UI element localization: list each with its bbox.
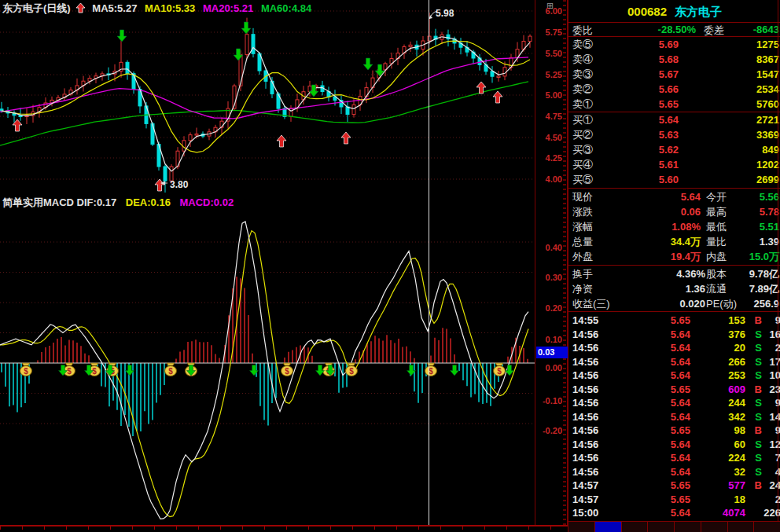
stats-row: 收益(三)0.020PE(动)256.9 [568, 296, 780, 311]
tick-time: 14:56 [572, 341, 598, 355]
bottom-tab[interactable] [622, 522, 649, 532]
stats-value: 7.89亿 [734, 281, 779, 296]
stats-value: 4.36% [647, 266, 705, 281]
ask-row: 卖④5.688367 [568, 52, 780, 67]
tick-time: 14:56 [572, 438, 598, 452]
bid-row: 买①5.642721 [568, 112, 780, 127]
tick-row[interactable]: 14:565.64253S10 [568, 369, 780, 383]
macd-signal-arrow [451, 365, 459, 376]
bottom-tab[interactable] [754, 522, 780, 532]
axis-label: 0.40 [546, 243, 562, 252]
axis-label: 5.00 [546, 90, 562, 100]
info-value: 5.78 [740, 204, 779, 219]
tick-row[interactable]: 14:565.65609B23 [568, 383, 780, 397]
tick-count: 9 [757, 424, 780, 438]
macd-indicator-chart[interactable]: $ $ $ $ $ $ $ $ $ $ [0, 206, 535, 525]
tick-row[interactable]: 14:575.65577B24 [568, 479, 780, 493]
tick-row[interactable]: 14:565.64266S17 [568, 355, 780, 369]
buy-signal-arrow [155, 179, 164, 191]
info-value: 5.56 [740, 189, 779, 204]
svg-text:$: $ [285, 367, 289, 376]
tick-price: 5.65 [635, 479, 690, 493]
tick-row[interactable]: 14:565.6432S4 [568, 465, 780, 479]
svg-text:$: $ [349, 367, 354, 376]
axis-label: -0.10 [543, 396, 562, 405]
price-axis-strip: ⊞ 6.005.755.505.255.004.754.504.254.000.… [535, 0, 568, 525]
axis-label: -0.20 [543, 426, 562, 435]
tick-row[interactable]: 14:565.64376S16 [568, 328, 780, 342]
tick-row[interactable]: 14:565.64342S14 [568, 410, 780, 424]
tick-row[interactable]: 14:565.64244S9 [568, 396, 780, 410]
svg-text:$: $ [24, 367, 28, 376]
tick-volume: 98 [698, 424, 745, 438]
macd-value-label: MACD:0.02 [180, 196, 234, 208]
info-row: 现价5.64今开5.56 [568, 189, 780, 204]
info-value: 19.4万 [644, 249, 701, 264]
tick-price: 5.64 [635, 396, 690, 410]
axis-label: 6.00 [546, 6, 562, 16]
bid-label: 买④ [572, 157, 593, 172]
bottom-tab[interactable] [595, 522, 622, 532]
info-value: 15.0万 [740, 249, 779, 264]
bid-label: 买③ [572, 142, 593, 157]
macd-dif-label: 简单实用MACD DIF:0.17 [2, 196, 116, 208]
bid-volume: 1202 [718, 157, 779, 172]
info-label: 今开 [706, 189, 727, 204]
bottom-tab[interactable] [675, 522, 701, 532]
weibi-value: -28.50% [631, 24, 696, 35]
macd-current-value-badge: 0.03 [536, 347, 568, 358]
info-row: 涨幅1.08%最低5.51 [568, 219, 780, 234]
ask-price: 5.68 [624, 52, 679, 67]
tick-count: 12 [757, 438, 780, 452]
tick-time: 14:57 [572, 479, 598, 493]
bid-label: 买① [572, 112, 593, 127]
svg-text:$: $ [168, 367, 173, 376]
bottom-tab[interactable] [568, 522, 595, 532]
bottom-tab[interactable] [728, 522, 755, 532]
weibi-row: 委比 -28.50% 委差 -8643 [568, 24, 780, 37]
tick-price: 5.64 [635, 355, 690, 369]
bid-row: 买③5.62849 [568, 142, 780, 157]
tick-volume: 18 [698, 493, 745, 507]
tick-volume: 266 [698, 355, 745, 369]
tick-row[interactable]: 15:005.644074226 [568, 506, 780, 520]
tick-price: 5.65 [635, 314, 690, 328]
quote-header[interactable]: 000682东方电子 [568, 0, 780, 23]
tick-row[interactable]: 14:565.6420S2 [568, 341, 780, 355]
tick-count: 2 [757, 341, 780, 355]
info-value: 5.51 [740, 219, 779, 234]
axis-label: 4.25 [546, 153, 562, 163]
info-label: 外盘 [572, 249, 593, 264]
stats-row: 换手4.36%股本9.78亿 [568, 266, 780, 281]
tick-row[interactable]: 14:575.65182 [568, 493, 780, 507]
tick-row[interactable]: 14:565.6460S12 [568, 438, 780, 452]
tick-price: 5.64 [635, 465, 690, 479]
weicha-label: 委差 [704, 24, 724, 38]
stats-value: 1.36 [647, 281, 705, 296]
axis-label: 0.30 [546, 273, 562, 282]
tick-row[interactable]: 14:565.6598B9 [568, 424, 780, 438]
bid-row: 买④5.611202 [568, 157, 780, 172]
stats-label: 收益(三) [572, 296, 610, 311]
tick-volume: 609 [698, 383, 745, 397]
tick-volume: 244 [698, 396, 745, 410]
macd-signal-arrow [316, 365, 325, 376]
ask-volume: 2534 [718, 82, 779, 97]
bottom-tab[interactable] [648, 522, 675, 532]
crosshair-line[interactable] [429, 0, 429, 525]
tick-count: 10 [757, 369, 780, 383]
macd-title-bar: 简单实用MACD DIF:0.17 DEA:0.16 MACD:0.02 [2, 196, 240, 210]
tick-time: 15:00 [572, 506, 598, 520]
ma20-value: MA20:5.21 [203, 2, 253, 14]
tick-row[interactable]: 14:565.64224S7 [568, 451, 780, 465]
bottom-tab-bar[interactable] [568, 521, 780, 532]
axis-label: 0.20 [546, 303, 562, 313]
candlestick-chart[interactable] [0, 0, 535, 193]
bottom-tab[interactable] [701, 522, 728, 532]
tick-time: 14:56 [572, 328, 598, 342]
stats-value: 0.020 [647, 296, 705, 311]
tick-count: 23 [757, 383, 780, 397]
bid-price: 5.61 [624, 157, 679, 172]
tick-row[interactable]: 14:555.65153B9 [568, 314, 780, 328]
axis-tick-marks [563, 0, 566, 525]
